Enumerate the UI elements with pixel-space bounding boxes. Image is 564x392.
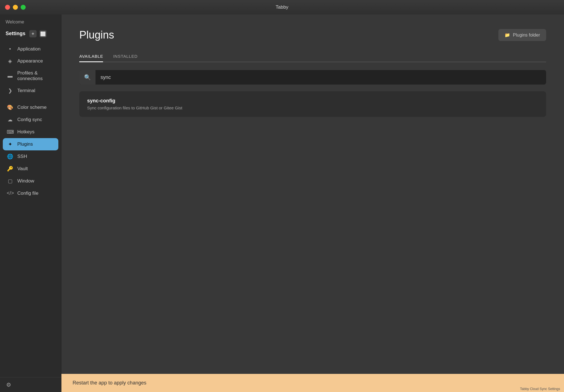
page-header: Plugins 📁 Plugins folder [79,29,546,41]
profiles-icon: ▬ [7,73,13,79]
sidebar-item-window-label: Window [17,178,34,184]
maximize-button[interactable] [21,5,26,10]
sidebar-item-ssh[interactable]: 🌐 SSH [0,150,61,163]
hotkeys-icon: ⌨ [7,129,13,135]
tab-installed[interactable]: INSTALLED [113,51,137,62]
page-title: Plugins [79,29,114,41]
sidebar: Welcome Settings + ⬜ ▪ Application ◈ App… [0,15,61,392]
sidebar-item-appearance-label: Appearance [17,58,43,64]
welcome-label: Welcome [0,15,61,27]
sidebar-nav: ▪ Application ◈ Appearance ▬ Profiles & … [0,41,61,377]
sidebar-item-vault[interactable]: 🔑 Vault [0,163,61,175]
sidebar-item-plugins[interactable]: ✦ Plugins [3,138,58,150]
sidebar-item-vault-label: Vault [17,166,28,172]
folder-icon: 📁 [505,32,510,38]
sidebar-item-color-scheme-label: Color scheme [17,105,47,110]
sidebar-footer: ⚙ [0,377,61,392]
status-text: Tabby Cloud Sync Settings [520,387,560,391]
vault-icon: 🔑 [7,166,13,172]
minimize-button[interactable] [13,5,18,10]
sidebar-item-terminal-label: Terminal [17,88,35,93]
status-bar: Tabby Cloud Sync Settings [516,386,564,392]
window-controls [5,5,26,10]
titlebar: Tabby [0,0,564,15]
window-icon: ▢ [7,178,13,184]
color-scheme-icon: 🎨 [7,104,13,110]
plugin-results-list: sync-config Sync configuration files to … [79,91,546,117]
sidebar-item-ssh-label: SSH [17,154,27,159]
sidebar-item-terminal[interactable]: ❯ Terminal [0,85,61,97]
restart-banner: Restart the app to apply changes [61,374,564,392]
sidebar-item-config-sync-label: Config sync [17,117,42,122]
split-button[interactable]: ⬜ [39,30,47,37]
main-content: Plugins 📁 Plugins folder AVAILABLE INSTA… [61,15,564,392]
sidebar-item-hotkeys[interactable]: ⌨ Hotkeys [0,126,61,138]
plugins-icon: ✦ [7,141,13,147]
tab-available[interactable]: AVAILABLE [79,51,103,62]
sidebar-item-config-file[interactable]: </> Config file [0,187,61,199]
add-tab-button[interactable]: + [29,30,37,37]
sidebar-item-application[interactable]: ▪ Application [0,43,61,55]
plugins-folder-label: Plugins folder [513,33,540,38]
sidebar-item-application-label: Application [17,46,40,52]
tabs: AVAILABLE INSTALLED [79,51,546,62]
sidebar-item-window[interactable]: ▢ Window [0,175,61,187]
sidebar-icons-row: + ⬜ [29,30,47,37]
settings-header: Settings + ⬜ [0,27,61,41]
gear-icon[interactable]: ⚙ [6,382,11,388]
search-input[interactable] [95,70,546,85]
app-title: Tabby [276,4,288,10]
sidebar-item-config-sync[interactable]: ☁ Config sync [0,114,61,126]
sidebar-item-color-scheme[interactable]: 🎨 Color scheme [0,101,61,114]
sidebar-item-appearance[interactable]: ◈ Appearance [0,55,61,67]
config-sync-icon: ☁ [7,117,13,123]
plugin-name: sync-config [87,98,538,104]
settings-label: Settings [6,31,25,37]
restart-banner-text: Restart the app to apply changes [73,380,146,386]
search-bar: 🔍 [79,70,546,85]
sidebar-item-plugins-label: Plugins [17,141,33,147]
content-area: Plugins 📁 Plugins folder AVAILABLE INSTA… [61,15,564,374]
app-container: Welcome Settings + ⬜ ▪ Application ◈ App… [0,15,564,392]
plugins-folder-button[interactable]: 📁 Plugins folder [498,29,546,41]
appearance-icon: ◈ [7,58,13,64]
search-icon[interactable]: 🔍 [79,70,95,85]
terminal-icon: ❯ [7,88,13,94]
plugin-description: Sync configuration files to GitHub Gist … [87,105,538,110]
sidebar-item-profiles[interactable]: ▬ Profiles & connections [0,67,61,85]
sidebar-item-config-file-label: Config file [17,191,39,196]
config-file-icon: </> [7,190,13,196]
plugin-card[interactable]: sync-config Sync configuration files to … [79,91,546,117]
sidebar-item-hotkeys-label: Hotkeys [17,129,34,135]
close-button[interactable] [5,5,10,10]
application-icon: ▪ [7,46,13,52]
sidebar-item-profiles-label: Profiles & connections [17,70,54,81]
ssh-icon: 🌐 [7,153,13,160]
